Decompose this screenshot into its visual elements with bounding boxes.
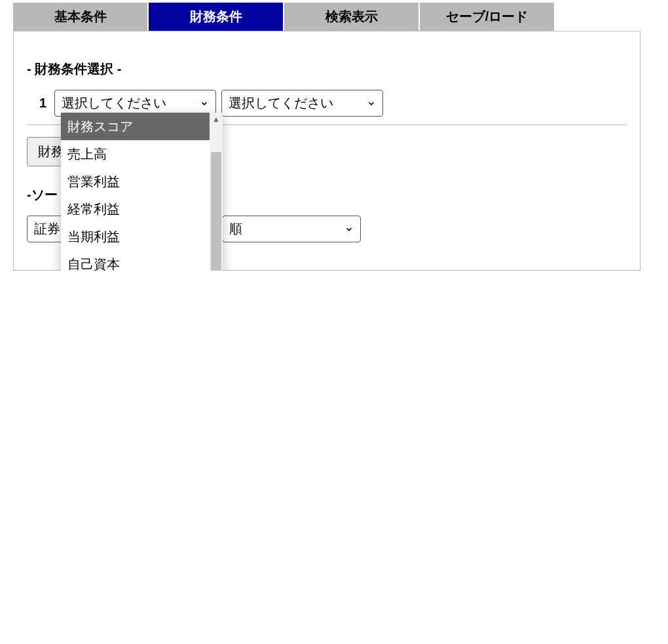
select-value: 証券: [34, 220, 60, 238]
chevron-down-icon: [344, 225, 354, 234]
dropdown-option[interactable]: 経常利益: [61, 195, 210, 223]
select-value: 順: [229, 220, 242, 238]
financial-condition-dropdown: 財務スコア売上高営業利益経常利益当期利益自己資本総資産営業CASH財務CASH投…: [61, 113, 223, 271]
scroll-up-arrow-icon[interactable]: ▲: [210, 113, 223, 126]
dropdown-option[interactable]: 自己資本: [61, 250, 210, 271]
tab-search-display[interactable]: 検索表示: [284, 3, 418, 31]
sort-order-select[interactable]: 順: [222, 216, 361, 242]
select-value: 選択してください: [62, 94, 166, 112]
chevron-down-icon: [367, 99, 376, 108]
dropdown-option[interactable]: 売上高: [61, 140, 210, 168]
select-value: 選択してください: [229, 94, 333, 112]
tab-basic[interactable]: 基本条件: [13, 3, 147, 31]
button-label: 財務: [38, 144, 64, 159]
dropdown-option[interactable]: 当期利益: [61, 223, 210, 250]
chevron-down-icon: [200, 99, 209, 108]
tab-financial[interactable]: 財務条件: [149, 3, 283, 31]
financial-condition-select-2[interactable]: 選択してください: [221, 90, 383, 117]
tab-bar: 基本条件 財務条件 検索表示 セーブ/ロード: [0, 0, 668, 31]
dropdown-option[interactable]: 財務スコア: [61, 113, 210, 140]
section-title-financial: - 財務条件選択 -: [27, 60, 627, 78]
row-index: 1: [27, 96, 46, 111]
scrollbar[interactable]: ▲ ▼: [210, 113, 223, 271]
tab-save-load[interactable]: セーブ/ロード: [420, 3, 554, 31]
dropdown-option[interactable]: 営業利益: [61, 168, 210, 195]
scroll-track[interactable]: [210, 126, 223, 271]
scroll-thumb[interactable]: [211, 152, 221, 271]
